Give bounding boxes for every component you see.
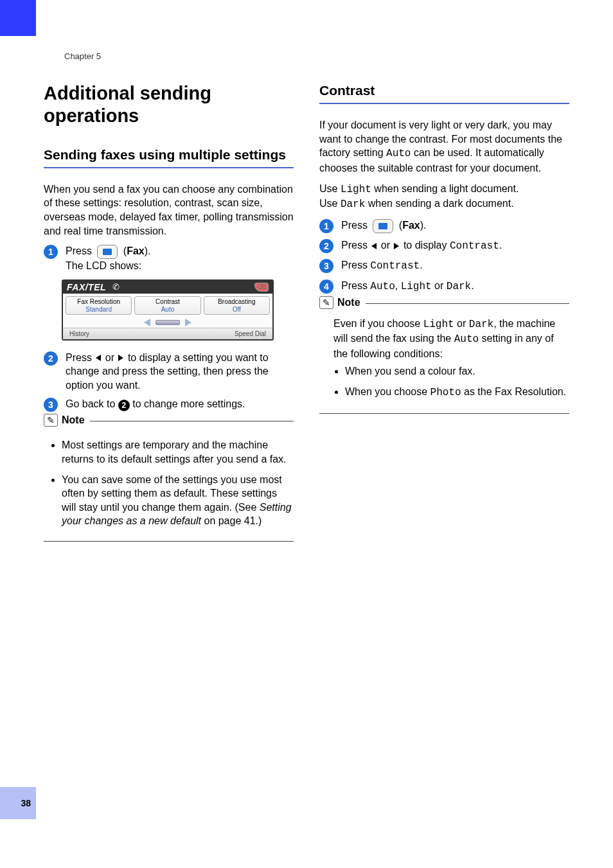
rnote-dark: Dark <box>469 319 493 330</box>
fax-button-icon <box>373 219 393 233</box>
section-heading-sending: Sending faxes using multiple settings <box>44 146 294 168</box>
lcd-scroll <box>63 316 272 328</box>
lcd-tab2-value: Auto <box>135 306 200 313</box>
cp3-a: Use <box>319 198 341 209</box>
contrast-p2: Use Light when sending a light document. <box>319 182 569 197</box>
r-step-number-1: 1 <box>319 219 333 233</box>
lcd-title: FAX/TEL <box>67 282 106 292</box>
corner-tab <box>0 0 36 36</box>
phone-icon: ✆ <box>112 282 120 292</box>
rnote-b: or <box>454 318 469 329</box>
rs3-a: Press <box>341 260 370 270</box>
step1-fax-label: Fax <box>127 245 145 256</box>
rs4-v1: Auto <box>370 281 395 292</box>
note-icon: ✎ <box>319 296 333 309</box>
lcd-tab-fax-resolution: Fax Resolution Standard <box>66 296 132 315</box>
rnote-light: Light <box>423 319 454 330</box>
step-number-2: 2 <box>44 351 58 366</box>
cp3-dark: Dark <box>341 199 365 210</box>
note-bullet-1: Most settings are temporary and the mach… <box>62 438 294 466</box>
lcd-tab1-value: Standard <box>66 306 131 313</box>
lcd-tab-contrast: Contrast Auto <box>134 296 200 315</box>
rs4-s2: or <box>432 280 447 291</box>
lcd-speed-dial: Speed Dial <box>235 330 266 337</box>
note-title: Note <box>62 414 85 426</box>
step-3: 3 Go back to 2 to change more settings. <box>44 397 294 412</box>
page-title: Additional sending operations <box>44 82 294 127</box>
r-step-number-4: 4 <box>319 279 333 294</box>
step1-text-a: Press <box>66 245 94 256</box>
cp2-b: when sending a light document. <box>371 183 519 194</box>
rnote-auto: Auto <box>454 333 479 345</box>
step2-b: or <box>102 352 117 363</box>
note-title-r: Note <box>337 297 360 308</box>
note-icon: ✎ <box>44 414 58 427</box>
r-step-1: 1 Press (Fax). <box>319 218 569 233</box>
rs4-a: Press <box>341 280 370 291</box>
r-step-3: 3 Press Contrast. <box>319 258 569 274</box>
page-number: 38 <box>21 798 31 808</box>
lcd-close-icon: ⌫ <box>254 283 269 292</box>
rs3-b: . <box>420 260 422 270</box>
step-number-3: 3 <box>44 398 58 412</box>
page: Chapter 5 Additional sending operations … <box>0 0 613 868</box>
step-1: 1 Press (Fax). The LCD shows: <box>44 244 294 272</box>
cp2-light: Light <box>341 184 371 195</box>
lcd-arrow-right-icon <box>185 319 191 326</box>
contrast-p3: Use Dark when sending a dark document. <box>319 197 569 212</box>
lcd-tab1-label: Fax Resolution <box>66 298 131 305</box>
lcd-tab-broadcasting: Broadcasting Off <box>204 296 270 315</box>
lcd-screenshot: FAX/TEL ✆ ⌫ Fax Resolution Standard Cont… <box>62 279 274 341</box>
rnote-li2: When you choose Photo as the Fax Resolut… <box>345 385 569 400</box>
cp3-b: when sending a dark document. <box>365 198 513 209</box>
r-step-number-2: 2 <box>319 239 333 253</box>
rs1-fax: Fax <box>402 220 420 231</box>
lcd-tab3-label: Broadcasting <box>204 298 269 305</box>
step3-b: to change more settings. <box>130 398 245 409</box>
fax-button-icon <box>97 245 118 259</box>
note-block-right: ✎ Note Even if you choose Light or Dark,… <box>319 303 569 414</box>
rs4-v2: Light <box>401 281 432 292</box>
r-step-2: 2 Press or to display Contrast. <box>319 238 569 254</box>
rnote-li2-v: Photo <box>431 387 461 398</box>
cp1-auto: Auto <box>386 148 411 159</box>
lcd-arrow-left-icon <box>144 319 150 326</box>
rs2-b: or <box>378 240 393 251</box>
step-2: 2 Press or to display a setting you want… <box>44 351 294 393</box>
lcd-tab3-value: Off <box>204 306 269 313</box>
rs2-d: . <box>499 240 502 251</box>
triangle-left-icon <box>96 355 101 361</box>
note-b2-b: on page 41.) <box>201 515 262 526</box>
lcd-scroll-bar <box>155 320 180 325</box>
content-columns: Additional sending operations Sending fa… <box>44 82 569 542</box>
note-block-left: ✎ Note Most settings are temporary and t… <box>44 421 294 542</box>
r-step-4: 4 Press Auto, Light or Dark. <box>319 279 569 294</box>
triangle-right-icon <box>394 243 399 249</box>
rs1-a: Press <box>341 220 370 231</box>
step1-sub: The LCD shows: <box>66 259 294 273</box>
rnote-a: Even if you choose <box>333 318 423 329</box>
lcd-tabs: Fax Resolution Standard Contrast Auto Br… <box>63 294 272 316</box>
step-ref-2: 2 <box>118 400 130 411</box>
note-body-r: Even if you choose Light or Dark, the ma… <box>319 317 569 400</box>
lcd-titlebar: FAX/TEL ✆ ⌫ <box>63 281 272 294</box>
contrast-p1: If your document is very light or very d… <box>319 118 569 175</box>
note-b2-a: You can save some of the settings you us… <box>62 474 282 513</box>
rnote-li2-b: as the Fax Resolution. <box>461 386 567 397</box>
triangle-right-icon <box>118 355 123 361</box>
lcd-history: History <box>69 330 89 337</box>
left-column: Additional sending operations Sending fa… <box>44 82 294 542</box>
right-column: Contrast If your document is very light … <box>319 82 569 542</box>
rs2-c: to display <box>400 240 449 251</box>
rs4-b: . <box>471 280 474 291</box>
lcd-bottom-bar: History Speed Dial <box>63 328 272 339</box>
r-step-number-3: 3 <box>319 259 333 273</box>
rs4-s1: , <box>395 280 401 291</box>
lcd-tab2-label: Contrast <box>135 298 200 305</box>
rs4-v3: Dark <box>447 281 471 292</box>
rnote-li1: When you send a colour fax. <box>345 364 569 378</box>
rs3-v: Contrast <box>370 260 420 272</box>
fax-icon <box>378 223 387 229</box>
chapter-label: Chapter 5 <box>64 51 101 61</box>
page-number-strip: 38 <box>0 787 36 819</box>
